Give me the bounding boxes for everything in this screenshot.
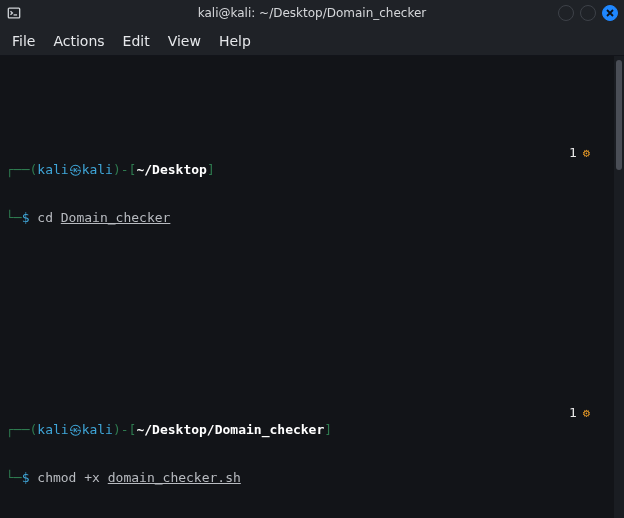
scrollbar[interactable] xyxy=(614,56,624,518)
svg-rect-0 xyxy=(8,8,19,18)
menu-view[interactable]: View xyxy=(168,33,201,49)
menu-edit[interactable]: Edit xyxy=(123,33,150,49)
command-block: ┌──(kali㉿kali)-[~/Desktop] └─$ cd Domain… xyxy=(6,129,608,275)
menu-file[interactable]: File xyxy=(12,33,35,49)
gear-icon[interactable]: ⚙ xyxy=(583,406,590,421)
scrollbar-thumb[interactable] xyxy=(616,60,622,170)
command-block: ┌──(kali㉿kali)-[~/Desktop/Domain_checker… xyxy=(6,389,608,518)
minimize-button[interactable] xyxy=(558,5,574,21)
menu-help[interactable]: Help xyxy=(219,33,251,49)
window-titlebar: kali@kali: ~/Desktop/Domain_checker xyxy=(0,0,624,26)
menubar: File Actions Edit View Help xyxy=(0,26,624,56)
maximize-button[interactable] xyxy=(580,5,596,21)
window-controls xyxy=(558,5,618,21)
close-button[interactable] xyxy=(602,5,618,21)
window-title: kali@kali: ~/Desktop/Domain_checker xyxy=(0,6,624,20)
gear-icon[interactable]: ⚙ xyxy=(583,146,590,161)
history-count: 1 xyxy=(569,405,577,421)
menu-actions[interactable]: Actions xyxy=(53,33,104,49)
history-count: 1 xyxy=(569,145,577,161)
terminal-icon xyxy=(6,5,22,21)
terminal-output[interactable]: ┌──(kali㉿kali)-[~/Desktop] └─$ cd Domain… xyxy=(0,56,614,518)
